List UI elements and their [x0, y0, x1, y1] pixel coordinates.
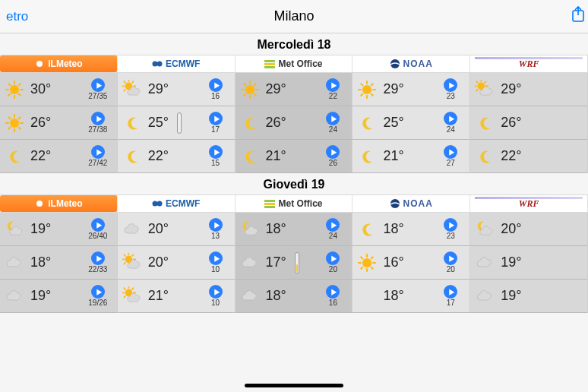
svg-point-44 [362, 85, 371, 94]
svg-line-77 [132, 254, 134, 256]
forecast-row[interactable]: 20°13 [118, 213, 235, 246]
forecast-row[interactable]: 17°20 [236, 246, 352, 280]
svg-line-43 [254, 84, 255, 85]
topbar: etro Milano [0, 0, 588, 33]
wind-box: 27/38 [84, 112, 112, 134]
temperature: 19° [30, 221, 56, 237]
provider-metoffice[interactable]: Met Office [236, 195, 353, 212]
temperature: 20° [148, 254, 174, 270]
forecast-row[interactable]: 18°24 [236, 213, 352, 246]
forecast-row[interactable]: 26°27/38 [0, 106, 117, 140]
wind-box: 24 [318, 218, 347, 240]
forecast-row[interactable]: 21°26 [236, 140, 352, 173]
weather-icon [5, 286, 24, 306]
wind-value: 10 [211, 266, 220, 273]
wind-value: 17 [447, 299, 455, 307]
weather-icon [240, 253, 260, 273]
forecast-row[interactable]: 29°23 [352, 73, 469, 106]
svg-line-25 [19, 117, 21, 119]
wind-box: 16 [201, 78, 230, 100]
forecast-column: 19°26/4018°22/3319°19/26 [0, 213, 118, 313]
forecast-column: 29°2325°2421°27 [352, 73, 470, 173]
svg-point-62 [36, 201, 43, 207]
forecast-row[interactable]: 25°24 [352, 106, 469, 140]
provider-ilmeteo[interactable]: iLMeteo [0, 55, 118, 72]
wind-direction-icon [91, 78, 105, 92]
forecast-row[interactable]: 16°20 [352, 246, 469, 280]
forecast-row[interactable]: 18°22/33 [0, 246, 117, 280]
forecast-row[interactable]: 26° [470, 106, 587, 140]
weather-icon [357, 286, 377, 306]
svg-rect-6 [264, 66, 275, 68]
temperature: 22° [501, 148, 526, 164]
temperature: 22° [148, 148, 174, 164]
forecast-row[interactable]: 19° [470, 280, 587, 313]
svg-line-12 [8, 93, 10, 95]
forecast-column: 18°2316°2018°17 [352, 213, 470, 313]
forecast-row[interactable]: 29°16 [118, 73, 235, 106]
svg-rect-66 [264, 203, 275, 205]
provider-ecmwf[interactable]: ECMWF [118, 195, 236, 212]
temperature: 17° [266, 254, 292, 270]
back-button[interactable]: etro [6, 9, 28, 24]
svg-line-75 [124, 254, 125, 256]
forecast-row[interactable]: 20° [470, 213, 587, 246]
temperature: 20° [148, 221, 174, 237]
wind-direction-icon [209, 112, 223, 125]
forecast-row[interactable]: 19°19/26 [0, 280, 117, 313]
forecast-column: 29°2226°2421°26 [236, 73, 353, 173]
svg-point-63 [153, 201, 158, 207]
weather-icon [357, 113, 377, 133]
forecast-row[interactable]: 25°17 [118, 106, 235, 140]
svg-line-57 [476, 89, 478, 90]
provider-ilmeteo[interactable]: iLMeteo [0, 195, 118, 212]
forecast-row[interactable]: 18°16 [236, 280, 352, 313]
forecast-row[interactable]: 30°27/35 [0, 73, 117, 106]
provider-noaa[interactable]: NOAA [352, 55, 470, 72]
weather-icon [240, 80, 260, 100]
forecast-row[interactable]: 18°23 [352, 213, 469, 246]
wind-value: 22/33 [88, 266, 107, 273]
forecast-row[interactable]: 22° [470, 140, 587, 173]
provider-wrf[interactable]: WRF [470, 195, 588, 212]
forecast-row[interactable]: 20°10 [118, 246, 235, 280]
provider-ecmwf[interactable]: ECMWF [118, 55, 236, 72]
forecast-row[interactable]: 29°22 [236, 73, 352, 106]
forecast-row[interactable]: 19° [470, 246, 587, 280]
wind-direction-icon [91, 145, 105, 159]
forecast-row[interactable]: 18°17 [352, 280, 469, 313]
forecast-row[interactable]: 22°27/42 [0, 140, 117, 173]
svg-point-17 [10, 119, 19, 128]
weather-icon [240, 113, 260, 133]
forecast-row[interactable]: 26°24 [236, 106, 352, 140]
forecast-row[interactable]: 19°26/40 [0, 213, 117, 246]
temperature: 16° [383, 254, 409, 270]
forecast-row[interactable]: 22°15 [118, 140, 235, 173]
provider-noaa[interactable]: NOAA [352, 195, 470, 212]
svg-rect-4 [264, 60, 275, 62]
svg-line-52 [371, 84, 373, 85]
wind-direction-icon [209, 285, 223, 299]
share-icon[interactable] [571, 6, 585, 27]
svg-line-41 [244, 84, 245, 85]
provider-label: ECMWF [166, 58, 200, 69]
provider-label: iLMeteo [48, 58, 82, 69]
weather-icon [122, 253, 142, 273]
weather-icon [475, 253, 495, 273]
forecast-row[interactable]: 29° [470, 73, 587, 106]
svg-line-30 [124, 89, 125, 90]
temperature: 26° [266, 115, 292, 131]
forecast-row[interactable]: 21°27 [352, 140, 469, 173]
wind-direction-icon [444, 78, 457, 92]
provider-wrf[interactable]: WRF [470, 55, 588, 72]
temperature: 21° [383, 148, 409, 164]
wind-value: 24 [329, 126, 337, 134]
provider-metoffice[interactable]: Met Office [236, 55, 353, 72]
wind-direction-icon [91, 285, 105, 299]
forecast-grid: 19°26/4018°22/3319°19/2620°1320°1021°101… [0, 213, 588, 313]
svg-line-37 [254, 93, 255, 95]
wind-direction-icon [444, 251, 457, 265]
wind-box: 24 [318, 112, 347, 134]
wind-value: 13 [211, 232, 220, 240]
forecast-row[interactable]: 21°10 [118, 280, 235, 313]
